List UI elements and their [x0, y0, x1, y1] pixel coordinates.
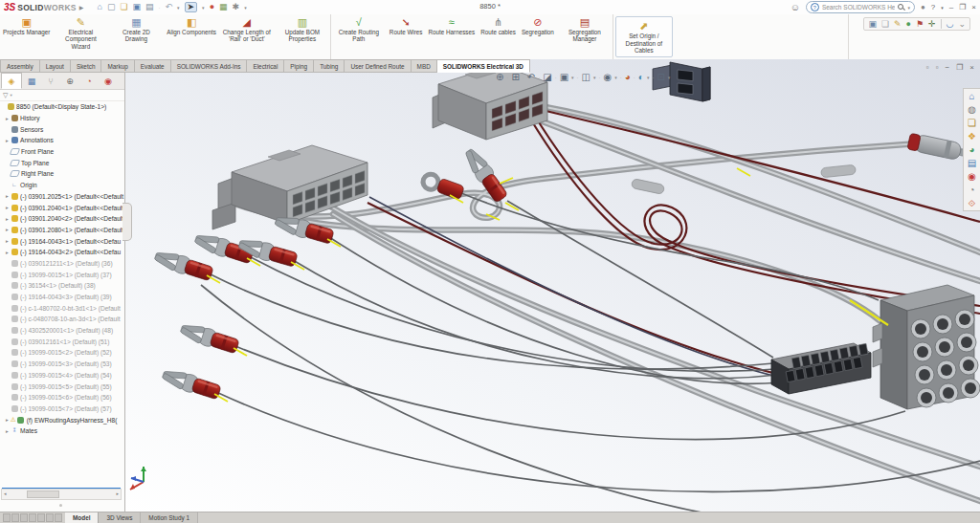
close-doc-icon[interactable]: ×	[969, 63, 974, 72]
sixteen-pin-connector[interactable]	[771, 343, 871, 394]
custom-properties-icon[interactable]: ▤	[968, 158, 976, 168]
tab-sketch[interactable]: Sketch	[71, 59, 102, 73]
electrical-manager-tab[interactable]: ◉	[99, 74, 118, 88]
tab-assembly[interactable]: Assembly	[0, 59, 40, 73]
change-length-button[interactable]: ◢Change Length of 'Rail' or 'Duct'	[219, 14, 275, 59]
tree-item[interactable]: (-) 4302520001<1> (Default) (48)	[0, 325, 124, 337]
help-search-box[interactable]: ? Search SOLIDWORKS Help ▾	[806, 1, 915, 13]
dropdown-caret-icon[interactable]: ▾	[647, 75, 650, 80]
model-tab-model[interactable]: Model	[65, 512, 99, 523]
tab-evaluate[interactable]: Evaluate	[135, 59, 171, 73]
help-caret-icon[interactable]: ▾	[941, 4, 944, 11]
display-style-icon[interactable]: ◫	[582, 72, 590, 82]
expand-arrow-icon[interactable]: ▸	[4, 193, 11, 199]
flag-icon[interactable]: ⚑	[916, 19, 924, 29]
featuremanager-tree-tab[interactable]: ◈	[1, 73, 22, 89]
file-explorer-icon[interactable]: ❖	[968, 131, 976, 142]
tree-item[interactable]: (-) 039012161<1> (Default) (51)	[0, 336, 124, 347]
restore-doc-icon[interactable]: ❐	[956, 63, 963, 72]
tree-item[interactable]: ▸(-) 03901.2040<2> (Default<<Default	[0, 213, 124, 225]
tab-layout[interactable]: Layout	[40, 59, 71, 73]
graphics-area[interactable]: ⊕·⊞·↶·◪·▣▾·◫▾·◉▾·◕·◐▾·⊡▾ ▫▫−❐× ⌂◍❏❖◕▤◉◔⟐	[124, 59, 980, 514]
panel-flyout-handle[interactable]	[122, 203, 132, 241]
zoom-fit-icon[interactable]: ⊕	[496, 72, 503, 82]
tab-solidworks-add-ins[interactable]: SOLIDWORKS Add-Ins	[171, 59, 248, 73]
tree-filter[interactable]: ▽ ▾	[0, 90, 124, 101]
dimxpertmanager-tab[interactable]: ⊕	[60, 74, 79, 88]
wire-splice[interactable]	[631, 179, 664, 195]
dropdown-caret-icon[interactable]: ▾	[571, 75, 574, 80]
expand-arrow-icon[interactable]: ▸	[4, 216, 11, 222]
expand-arrow-icon[interactable]: ▸	[4, 250, 11, 255]
restore-button[interactable]: ❐	[959, 4, 966, 11]
scroll-right-icon[interactable]: ▸	[116, 490, 119, 497]
create-routing-path-button[interactable]: √Create Routing Path	[331, 14, 387, 59]
projects-manager-button[interactable]: ▣Projects Manager	[0, 14, 53, 59]
expand-arrow-icon[interactable]: ▸	[4, 238, 11, 244]
dropdown-caret-icon[interactable]: ▾	[668, 75, 671, 80]
new-window-icon[interactable]: ▫	[926, 63, 929, 72]
tree-item[interactable]: Top Plane	[0, 157, 124, 168]
tree-item[interactable]: Right Plane	[0, 168, 124, 180]
hide-show-items-icon[interactable]: ◉	[604, 72, 612, 82]
tree-item[interactable]: Sensors	[0, 123, 124, 135]
tab-markup[interactable]: Markup	[101, 59, 134, 73]
tree-item[interactable]: (-) 19099-0015<2> (Default) (52)	[0, 347, 124, 359]
zoom-area-icon[interactable]: ⊞	[511, 72, 519, 82]
configurationmanager-tab[interactable]: ⑂	[41, 74, 60, 88]
expand-arrow-icon[interactable]: ▸	[4, 138, 11, 143]
tree-item[interactable]: ▸(-) 03901.2080<1> (Default<<Default	[0, 225, 124, 236]
home-taskpane-icon[interactable]: ⌂	[969, 91, 974, 101]
minimize-doc-icon[interactable]: −	[945, 63, 949, 72]
tree-item[interactable]: (-) 19099-0015<6> (Default) (56)	[0, 392, 124, 403]
fork-terminal[interactable]	[152, 248, 214, 283]
forum-icon[interactable]: ◔	[969, 185, 974, 195]
resources-globe-icon[interactable]: ◍	[968, 104, 976, 115]
panel-resize-grip[interactable]	[59, 504, 62, 507]
appearances-icon[interactable]: ◕	[969, 144, 974, 155]
help-button[interactable]: ?	[931, 4, 935, 11]
model-tab-3d-views[interactable]: 3D Views	[99, 512, 141, 523]
tree-item[interactable]: ▸Annotations	[0, 135, 124, 146]
view-orientation-icon[interactable]: ▣	[560, 72, 568, 82]
electrical-component-wizard-button[interactable]: ✎Electrical Component Wizard	[53, 14, 108, 59]
search-dropdown-icon[interactable]: ▾	[907, 5, 910, 11]
tab-mbd[interactable]: MBD	[412, 59, 437, 73]
tree-item[interactable]: (-) 19099-0015<7> (Default) (57)	[0, 403, 124, 415]
scroll-left-icon[interactable]: ◂	[4, 490, 7, 497]
expand-arrow-icon[interactable]: ▸	[4, 116, 11, 121]
tab-user-defined-route[interactable]: User Defined Route	[345, 59, 411, 73]
create-2d-drawing-button[interactable]: ▦Create 2D Drawing	[108, 14, 164, 59]
tree-item[interactable]: (-) 19099-0015<3> (Default) (53)	[0, 359, 124, 370]
tree-item[interactable]: ▸(-) 03901.2025<1> (Default<<Default	[0, 191, 124, 203]
update-bom-button[interactable]: ▥Update BOM Properties	[275, 14, 330, 59]
previous-view-icon[interactable]: ↶	[527, 72, 535, 82]
segregation-manager-button[interactable]: ▤Segregation Manager	[557, 14, 612, 59]
scrollbar-thumb[interactable]	[27, 490, 59, 498]
tree-item[interactable]: ▸⚠(f) EWRoutingAssyHarness_H8(	[0, 414, 124, 425]
align-components-button[interactable]: ◧Align Components	[164, 14, 218, 59]
tree-item[interactable]: ∟Origin	[0, 180, 124, 191]
user-green-icon[interactable]: ●	[906, 19, 911, 29]
user-account-icon[interactable]: ●	[921, 4, 925, 11]
expand-arrow-icon[interactable]: ▸	[4, 227, 11, 232]
tree-item[interactable]: (-) 19099-0015<5> (Default) (55)	[0, 381, 124, 392]
tools-icon[interactable]: ✛	[928, 19, 936, 29]
tree-item[interactable]: (-) 19099-0015<4> (Default) (54)	[0, 370, 124, 381]
route-wires-button[interactable]: ➘Route Wires	[387, 14, 426, 59]
tree-horizontal-scrollbar[interactable]: ◂ ▸	[1, 489, 122, 500]
sketch-icon[interactable]: ◡	[947, 19, 954, 29]
tab-piping[interactable]: Piping	[284, 59, 314, 73]
dropdown-caret-icon[interactable]: ▾	[614, 75, 617, 80]
propertymanager-tab[interactable]: ▦	[22, 74, 41, 88]
close-button[interactable]: ×	[971, 4, 976, 11]
tree-item[interactable]: ▸(-) 19164-0043<2> (Default<<Defau	[0, 247, 124, 258]
electrical-taskpane-icon[interactable]: ◉	[968, 171, 976, 182]
section-view-icon[interactable]: ◪	[543, 72, 551, 82]
tree-item[interactable]: ▸(-) 19164-0043<1> (Default<<Defau	[0, 235, 124, 247]
tree-item[interactable]: (-) 0390121211<1> (Default) (36)	[0, 258, 124, 270]
tree-item[interactable]: ▸History	[0, 113, 124, 124]
tree-item[interactable]: 8850 (Default<Display State-1>)	[0, 101, 124, 113]
displaymanager-tab[interactable]: ◔	[79, 74, 99, 88]
harness-3d-view[interactable]	[124, 59, 980, 514]
